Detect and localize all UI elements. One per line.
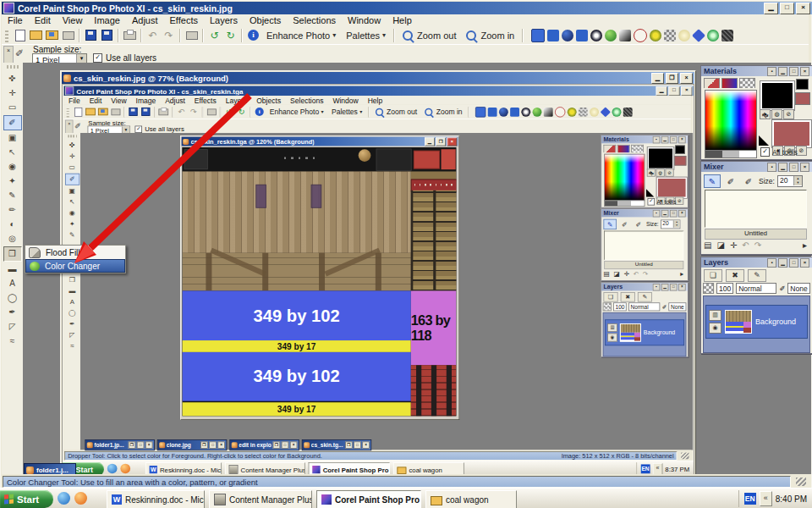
tool-button[interactable]: ▭ [4, 101, 21, 114]
tool-button[interactable]: ◯ [4, 291, 21, 305]
maximize-icon[interactable]: □ [789, 67, 798, 76]
tool-button[interactable]: ❒ [3, 246, 22, 262]
mixer-area[interactable] [705, 190, 807, 228]
swatches-tab[interactable] [739, 78, 755, 88]
save-icon[interactable] [84, 29, 98, 42]
all-tools-checkbox[interactable]: ✓All tools [760, 147, 798, 157]
language-indicator[interactable]: EN [744, 493, 756, 505]
tool-button[interactable]: ✐ [3, 115, 22, 130]
browse-icon[interactable] [45, 29, 59, 42]
effect-icon[interactable] [678, 30, 690, 41]
resize-grip[interactable] [796, 478, 806, 486]
taskbar-task[interactable]: Content Manager Plus [209, 490, 312, 508]
tool-button[interactable]: ✦ [4, 174, 21, 188]
frame-tab[interactable] [704, 78, 720, 88]
tool-button[interactable]: ◐ [4, 218, 21, 231]
tool-button[interactable]: ◎ [4, 232, 21, 246]
zoom-out-button[interactable]: Zoom out [398, 28, 461, 43]
scanner-icon[interactable] [61, 29, 75, 42]
rotate-left-icon[interactable]: ↺ [207, 29, 222, 42]
color-picker[interactable] [705, 90, 757, 151]
move-icon[interactable]: ✛ [730, 240, 737, 250]
gradient-style-icon[interactable]: ◍ [771, 109, 782, 119]
undo-icon[interactable]: ↶ [145, 29, 160, 42]
layer-opacity[interactable]: 100 [716, 283, 733, 294]
minimize-button[interactable]: ▁ [764, 3, 778, 14]
color-changer-menu-item[interactable]: Color Changer [25, 259, 125, 273]
menu-item[interactable]: View [57, 15, 89, 25]
close-icon[interactable]: × [800, 67, 809, 76]
mixer-knife-icon[interactable]: ✐ [723, 175, 738, 187]
document-image[interactable]: Corel Paint Shop Pro Photo XI - cs_skin_… [62, 84, 694, 474]
effect-icon[interactable] [547, 30, 559, 41]
new-page-icon[interactable]: ▤ [704, 240, 711, 250]
menu-item[interactable]: Selections [287, 15, 342, 25]
document-title-bar[interactable]: cs_skin_reskin.jpg @ 77% (Background) ▁ … [62, 72, 694, 84]
info-icon[interactable]: i [246, 29, 261, 42]
effect-icon[interactable] [576, 30, 588, 41]
tool-button[interactable]: ↖ [4, 146, 21, 159]
zoom-in-button[interactable]: Zoom in [461, 28, 519, 43]
new-file-icon[interactable] [13, 29, 27, 42]
tool-button[interactable]: ▬ [4, 262, 21, 276]
foreground-color-chip[interactable] [796, 79, 809, 90]
effect-icon[interactable] [650, 30, 661, 41]
unmix-icon[interactable]: ↶ [742, 240, 749, 250]
rainbow-tab[interactable] [721, 78, 738, 88]
menu-item[interactable]: File [2, 15, 29, 25]
effect-icon[interactable] [692, 29, 705, 42]
rotate-right-icon[interactable]: ↻ [223, 29, 238, 42]
menu-item[interactable]: Objects [244, 15, 287, 25]
effect-icon[interactable] [531, 29, 545, 42]
taskbar-task[interactable]: coal wagon [425, 490, 517, 508]
collapse-tray-icon[interactable]: « [760, 491, 772, 506]
effect-icon[interactable] [590, 30, 602, 41]
mixer-size-input[interactable]: 20▴▾ [777, 175, 803, 187]
tool-button[interactable]: ✜ [4, 72, 21, 86]
menu-item[interactable]: Image [88, 15, 126, 25]
tool-button[interactable]: ✒ [4, 306, 21, 319]
grayscale-picker[interactable] [705, 150, 757, 158]
redo-icon[interactable]: ↷ [162, 29, 176, 42]
pin-icon[interactable]: ▪ [767, 67, 776, 76]
remix-icon[interactable]: ↷ [754, 240, 761, 250]
delete-layer-button[interactable]: ✖ [726, 269, 744, 282]
maximize-button[interactable]: □ [780, 3, 794, 14]
effect-icon[interactable] [634, 29, 647, 42]
restore-button[interactable]: ❐ [666, 73, 678, 84]
edit-selection-button[interactable]: ✎ [748, 269, 766, 282]
tool-button[interactable]: ≈ [4, 334, 21, 348]
effect-icon[interactable] [664, 30, 676, 41]
taskbar-task[interactable]: Reskinning.doc - Microso... [107, 490, 205, 508]
transparent-style-icon[interactable]: ⊘ [783, 109, 794, 119]
minimize-button[interactable]: ▁ [651, 73, 664, 84]
open-icon[interactable] [29, 29, 43, 42]
toolbar-grip[interactable] [7, 65, 19, 69]
effect-icon[interactable] [721, 30, 733, 41]
save-as-icon[interactable] [100, 29, 114, 42]
tool-button[interactable]: ◉ [4, 160, 21, 174]
blend-mode-select[interactable]: Normal [736, 283, 776, 294]
visibility-eye-icon[interactable]: ◉ [709, 323, 721, 334]
taskbar-task[interactable]: Corel Paint Shop Pro ... [316, 490, 421, 508]
palette-close-icon[interactable]: × [3, 46, 14, 64]
tool-button[interactable]: ✛ [4, 86, 21, 100]
new-layer-button[interactable]: ❏ [704, 269, 722, 282]
menu-item[interactable]: Help [387, 15, 418, 25]
more-icon[interactable]: ▸ [803, 240, 807, 250]
tool-button[interactable]: ✎ [4, 189, 21, 202]
menu-item[interactable]: Effects [164, 15, 204, 25]
tool-button[interactable]: ✏ [4, 203, 21, 217]
tool-button[interactable]: ◸ [4, 320, 21, 334]
effect-icon[interactable] [562, 30, 573, 41]
chevron-down-icon[interactable]: ▾ [76, 54, 86, 63]
link-set-select[interactable]: None [787, 283, 809, 294]
menu-item[interactable]: Edit [29, 15, 57, 25]
tool-button[interactable]: A [4, 277, 21, 290]
mixer-brush-icon[interactable]: ✎ [704, 174, 721, 188]
layer-mask-icon[interactable]: ▥ [709, 310, 721, 321]
minimize-icon[interactable]: ▁ [778, 67, 787, 76]
toolbar-grip[interactable] [5, 29, 8, 42]
mixer-pencil-icon[interactable]: ✐ [741, 175, 756, 187]
open-folder-icon[interactable]: ◪ [716, 240, 724, 250]
